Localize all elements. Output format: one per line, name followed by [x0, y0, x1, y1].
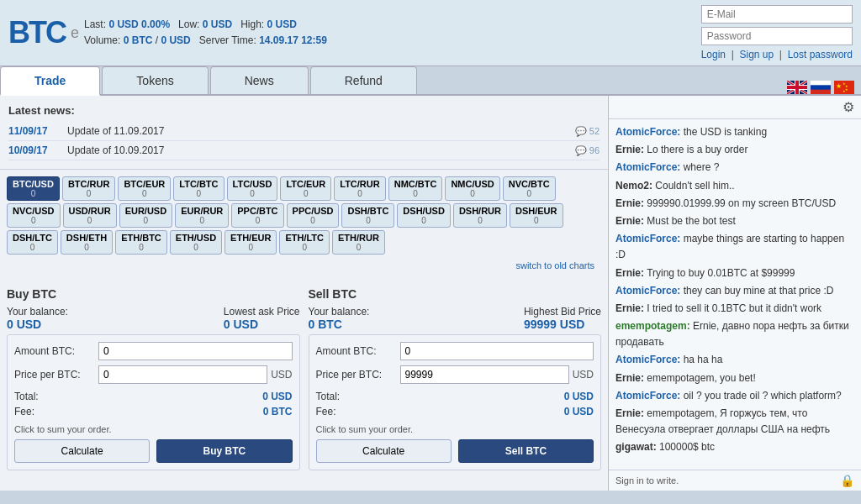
pair-button[interactable]: ETH/RUR0: [332, 230, 385, 255]
pair-val: 0: [340, 189, 379, 198]
pair-name: PPC/BTC: [237, 206, 277, 216]
buy-price-input[interactable]: [98, 365, 267, 384]
sell-balance-label: Your balance:: [309, 306, 370, 318]
pair-button[interactable]: LTC/EUR0: [280, 176, 331, 201]
pair-name: DSH/RUR: [459, 206, 501, 216]
email-input[interactable]: [701, 5, 853, 24]
buy-fee-label: Fee:: [14, 406, 34, 417]
pair-button[interactable]: ETH/EUR0: [224, 230, 277, 255]
buy-balance-val: 0 USD: [7, 318, 68, 331]
chat-message: Ernie: Must be the bot test: [615, 213, 854, 229]
buy-amount-input[interactable]: [98, 342, 293, 360]
chat-header: ⚙: [609, 96, 861, 119]
signup-link[interactable]: Sign up: [739, 49, 774, 60]
pair-button[interactable]: LTC/USD0: [227, 176, 278, 201]
buy-calc-btn[interactable]: Calculate: [14, 439, 150, 463]
pair-button[interactable]: ETH/BTC0: [115, 230, 167, 255]
pair-button[interactable]: DSH/USD0: [397, 203, 451, 228]
login-link[interactable]: Login: [701, 49, 726, 60]
chat-text: I tried to sell it 0.1BTC but it didn't …: [644, 302, 821, 314]
chat-message: Ernie: emempotagem, Я горжусь тем, что В…: [615, 406, 854, 438]
flag-russia[interactable]: [811, 81, 831, 94]
chat-message: gigawat: 100000$ btc: [615, 439, 854, 455]
pair-name: BTC/EUR: [124, 179, 165, 189]
pair-button[interactable]: LTC/BTC0: [173, 176, 224, 201]
chat-text: 999990.01999.99 on my screen BTC/USD: [644, 197, 836, 209]
pair-button[interactable]: NMC/USD0: [445, 176, 499, 201]
gear-icon[interactable]: ⚙: [843, 99, 854, 115]
chat-message: AtomicForce: ha ha ha: [615, 352, 854, 368]
pair-val: 0: [233, 189, 272, 198]
chat-username: Ernie:: [615, 267, 644, 279]
pair-button[interactable]: USD/RUR0: [63, 203, 117, 228]
pairs-row: BTC/USD0BTC/RUR0BTC/EUR0LTC/BTC0LTC/USD0…: [7, 176, 601, 201]
sell-calc-btn[interactable]: Calculate: [316, 439, 452, 463]
switch-old-charts[interactable]: switch to old charts: [7, 257, 601, 274]
pair-button[interactable]: BTC/USD0: [7, 176, 60, 201]
pair-button[interactable]: BTC/RUR0: [62, 176, 116, 201]
sell-amount-input[interactable]: [400, 342, 594, 360]
pair-button[interactable]: NVC/USD0: [7, 203, 61, 228]
flag-china[interactable]: ★ ★ ★ ★ ★: [834, 81, 854, 94]
news-date: 11/09/17: [8, 125, 67, 137]
logo-e: e: [71, 24, 79, 42]
sell-fee-row: Fee: 0 USD: [316, 404, 594, 419]
buy-action-btn[interactable]: Buy BTC: [156, 439, 292, 463]
tab-trade[interactable]: Trade: [0, 66, 100, 96]
lock-icon: 🔒: [840, 474, 854, 487]
pair-val: 0: [13, 216, 55, 225]
tab-news[interactable]: News: [210, 66, 309, 94]
chat-message: AtomicForce: they can buy mine at that p…: [615, 283, 854, 299]
pair-button[interactable]: LTC/RUR0: [334, 176, 385, 201]
pair-button[interactable]: DSH/LTC0: [7, 230, 58, 255]
password-input[interactable]: [701, 27, 853, 45]
pair-button[interactable]: EUR/RUR0: [175, 203, 229, 228]
news-item[interactable]: 10/09/17 Update of 10.09.2017 💬 96: [8, 141, 600, 160]
last-label: Last:: [84, 18, 106, 30]
pair-button[interactable]: ETH/LTC0: [279, 230, 330, 255]
sell-price-unit: USD: [573, 369, 594, 381]
logo-btc: BTC: [8, 15, 66, 50]
buy-total-row: Total: 0 USD: [14, 389, 293, 404]
pair-button[interactable]: PPC/BTC0: [231, 203, 283, 228]
highest-bid-val: 99999 USD: [524, 318, 601, 331]
buy-total-label: Total:: [14, 391, 39, 402]
tab-tokens[interactable]: Tokens: [102, 66, 208, 94]
pair-button[interactable]: BTC/EUR0: [118, 176, 171, 201]
chat-username: AtomicForce:: [615, 354, 680, 365]
pair-name: LTC/USD: [233, 179, 272, 189]
chat-text: Must be the bot test: [644, 215, 736, 227]
sell-fee-label: Fee:: [316, 406, 336, 417]
sell-total-label: Total:: [316, 391, 341, 402]
sell-amount-row: Amount BTC:: [316, 342, 594, 360]
news-item[interactable]: 11/09/17 Update of 11.09.2017 💬 52: [8, 122, 600, 141]
pair-button[interactable]: DSH/ETH0: [61, 230, 113, 255]
lost-password-link[interactable]: Lost password: [788, 49, 853, 60]
pairs-row: DSH/LTC0DSH/ETH0ETH/BTC0ETH/USD0ETH/EUR0…: [7, 230, 601, 255]
tab-refund[interactable]: Refund: [310, 66, 417, 94]
pair-val: 0: [69, 216, 111, 225]
pair-name: BTC/RUR: [68, 179, 110, 189]
pair-button[interactable]: NMC/BTC0: [388, 176, 443, 201]
chat-text: Trying to buy 0.01BTC at $99999: [644, 267, 795, 279]
chat-username: AtomicForce:: [615, 285, 680, 297]
chat-message: Ernie: 999990.01999.99 on my screen BTC/…: [615, 196, 854, 212]
pair-val: 0: [515, 216, 557, 225]
sell-price-input[interactable]: [400, 365, 569, 384]
pair-button[interactable]: NVC/BTC0: [503, 176, 556, 201]
news-comments: 💬 52: [575, 126, 600, 137]
chat-text: they can buy mine at that price :D: [680, 285, 833, 297]
buy-total-val: 0 USD: [262, 391, 292, 402]
highest-bid-label: Highest Bid Price: [524, 306, 601, 318]
pair-val: 0: [179, 189, 218, 198]
pair-button[interactable]: DSH/BTC0: [341, 203, 394, 228]
pair-button[interactable]: ETH/USD0: [170, 230, 222, 255]
pair-button[interactable]: EUR/USD0: [119, 203, 173, 228]
chat-username: Ernie:: [615, 215, 644, 227]
sell-action-btn[interactable]: Sell BTC: [458, 439, 594, 463]
high-val: 0 USD: [267, 18, 297, 30]
pair-button[interactable]: DSH/EUR0: [510, 203, 563, 228]
pair-button[interactable]: DSH/RUR0: [453, 203, 507, 228]
flag-uk[interactable]: [787, 81, 807, 94]
pair-button[interactable]: PPC/USD0: [287, 203, 340, 228]
